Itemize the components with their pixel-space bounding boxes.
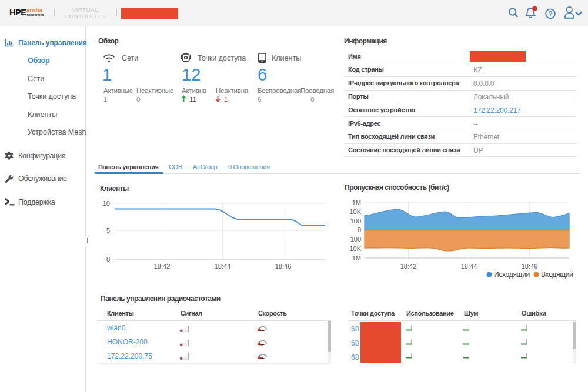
svg-text:Исходящий: Исходящий xyxy=(494,270,530,279)
svg-text:18:44: 18:44 xyxy=(461,263,477,270)
svg-text:100: 100 xyxy=(350,217,361,225)
svg-text:0: 0 xyxy=(358,226,361,233)
svg-text:18:46: 18:46 xyxy=(522,263,538,270)
svg-text:10K: 10K xyxy=(349,208,361,215)
svg-text:1M: 1M xyxy=(352,199,361,206)
svg-text:?: ? xyxy=(548,10,553,18)
svg-text:18:42: 18:42 xyxy=(154,263,171,270)
svg-text:18:42: 18:42 xyxy=(400,263,417,270)
svg-text:10: 10 xyxy=(103,200,110,207)
svg-text:100: 100 xyxy=(350,236,361,243)
svg-text:1M: 1M xyxy=(352,254,361,262)
svg-text:Входящий: Входящий xyxy=(541,270,573,279)
svg-text:10K: 10K xyxy=(349,245,361,252)
svg-text:5: 5 xyxy=(106,227,110,234)
svg-text:18:44: 18:44 xyxy=(215,263,231,270)
svg-text:0: 0 xyxy=(106,256,110,263)
svg-text:18:46: 18:46 xyxy=(275,263,292,270)
